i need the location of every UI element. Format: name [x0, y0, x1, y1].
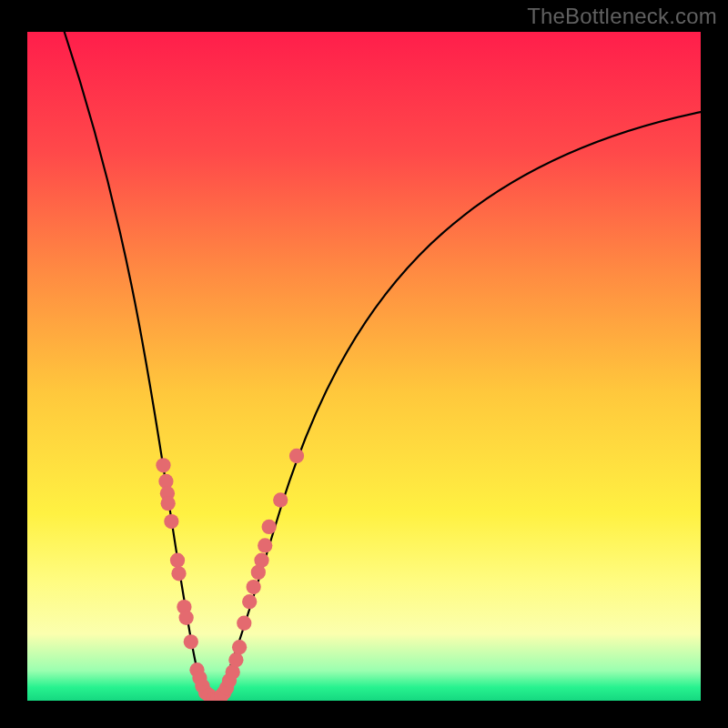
sample-marker — [228, 652, 243, 667]
sample-marker — [170, 553, 185, 568]
gradient-background — [27, 32, 701, 701]
sample-marker — [273, 492, 288, 507]
sample-marker — [237, 616, 251, 631]
chart-svg — [27, 32, 701, 701]
sample-marker — [184, 634, 198, 649]
sample-marker — [247, 580, 261, 594]
sample-marker — [262, 520, 277, 534]
sample-marker — [179, 611, 194, 625]
sample-marker — [254, 553, 268, 568]
watermark-text: TheBottleneck.com — [527, 4, 717, 29]
sample-marker — [258, 538, 272, 552]
sample-marker — [164, 514, 178, 529]
sample-marker — [171, 566, 186, 581]
sample-marker — [232, 640, 247, 654]
plot-area — [27, 32, 701, 701]
sample-marker — [289, 449, 304, 463]
sample-marker — [156, 458, 170, 472]
sample-marker — [161, 496, 176, 511]
sample-marker — [242, 594, 257, 609]
chart-frame: TheBottleneck.com — [0, 0, 728, 728]
